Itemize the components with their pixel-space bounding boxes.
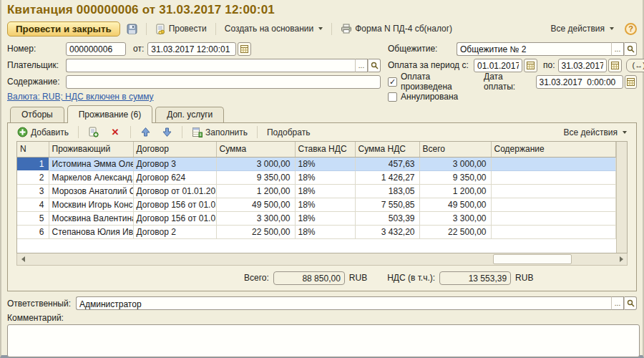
cell-content[interactable] [491,157,616,170]
cell-content[interactable] [491,170,616,184]
currency-vat-link[interactable]: Валюта: RUB; НДС включен в сумму [7,92,154,102]
number-input[interactable] [66,42,126,56]
column-header-7[interactable]: Содержание [491,142,616,157]
cell-vat_amount[interactable]: 3 432,20 [355,225,419,238]
comment-input[interactable] [7,324,640,357]
cell-amount[interactable]: 1 200,00 [216,184,295,198]
cell-vat_rate[interactable]: 18% [295,198,355,211]
cell-n[interactable]: 6 [17,225,49,238]
column-header-4[interactable]: Ставка НДС [295,142,355,157]
pay-date-input[interactable] [536,75,623,89]
cell-vat_amount[interactable]: 7 550,85 [355,198,419,211]
cell-vat_amount[interactable]: 503,39 [355,211,419,225]
save-button[interactable] [123,21,141,37]
cell-content[interactable] [491,198,616,211]
cell-vat_amount[interactable]: 1 426,27 [355,170,419,184]
table-row[interactable]: 6Степанова Юлия Ива...Договор 222 500,00… [17,225,616,238]
form-pd4-button[interactable]: Форма N ПД-4 сб(налог) [337,21,456,37]
grid-all-actions-button[interactable]: Все действия [560,125,630,140]
column-header-5[interactable]: Сумма НДС [355,142,419,157]
cell-vat_rate[interactable]: 18% [295,170,355,184]
cell-vat_amount[interactable]: 457,63 [355,157,419,170]
cell-resident[interactable]: Морозов Анатолий С... [49,184,133,198]
move-up-button[interactable] [137,125,155,140]
cell-n[interactable]: 4 [17,198,49,211]
scroll-right-button[interactable] [615,253,627,265]
period-from-calendar-button[interactable] [524,59,537,72]
cancelled-checkbox[interactable] [388,92,397,102]
column-header-2[interactable]: Договор [133,142,216,157]
payer-input[interactable] [66,59,355,72]
column-header-0[interactable]: N [17,142,49,157]
dormitory-input[interactable] [457,42,611,56]
cell-vat_amount[interactable]: 183,05 [355,184,419,198]
column-header-6[interactable]: Всего [419,142,491,157]
cell-vat_rate[interactable]: 18% [295,157,355,170]
cell-resident[interactable]: Маркелов Александ... [49,170,133,184]
cell-resident[interactable]: Степанова Юлия Ива... [49,225,133,238]
period-to-input[interactable] [558,59,607,72]
cell-total[interactable]: 3 000,00 [419,157,491,170]
cell-total[interactable]: 1 200,00 [419,184,491,198]
horizontal-scrollbar[interactable] [16,253,628,266]
cell-n[interactable]: 3 [17,184,49,198]
cell-contract[interactable]: Договор 624 [133,170,216,184]
period-from-input[interactable] [474,59,522,72]
cell-amount[interactable]: 22 500,00 [216,225,295,238]
table-row[interactable]: 4Москвин Игорь Конс...Договор 156 от 01.… [17,198,616,211]
move-down-button[interactable] [158,125,176,140]
cell-n[interactable]: 1 [17,157,49,170]
cell-resident[interactable]: Истомина Эмма Оле... [49,157,133,170]
date-input[interactable] [147,42,236,56]
pay-date-calendar-button[interactable] [625,75,638,89]
cell-n[interactable]: 5 [17,211,49,225]
post-button[interactable]: Провести [152,21,210,37]
create-on-basis-button[interactable]: Создать на основании [221,21,327,37]
cell-contract[interactable]: Договор 3 [133,157,216,170]
date-calendar-button[interactable] [238,42,251,56]
table-row[interactable]: 2Маркелов Александ...Договор 6249 350,00… [17,170,616,184]
cell-amount[interactable]: 3 300,00 [216,211,295,225]
column-header-3[interactable]: Сумма [216,142,295,157]
cell-resident[interactable]: Москвин Игорь Конс... [49,198,133,211]
post-and-close-button[interactable]: Провести и закрыть [7,21,120,37]
cell-amount[interactable]: 49 500,00 [216,198,295,211]
scroll-thumb[interactable] [493,254,572,264]
cell-resident[interactable]: Москвина Валентина... [49,211,133,225]
paid-checkbox[interactable]: ✓ [388,77,397,87]
cell-contract[interactable]: Договор от 01.01.20... [133,184,216,198]
cell-amount[interactable]: 9 350,00 [216,170,295,184]
pick-button[interactable]: Подобрать [263,125,313,140]
table-row[interactable]: 5Москвина Валентина...Договор 156 от 01.… [17,211,616,225]
period-to-calendar-button[interactable] [608,59,622,72]
cell-amount[interactable]: 3 000,00 [216,157,295,170]
dormitory-ellipsis-button[interactable]: ... [611,42,624,56]
cell-total[interactable]: 9 350,00 [419,170,491,184]
all-actions-button[interactable]: Все действия [547,21,618,37]
table-row[interactable]: 1Истомина Эмма Оле...Договор 33 000,0018… [17,157,616,170]
responsible-search-button[interactable] [624,296,637,310]
cell-total[interactable]: 49 500,00 [419,198,491,211]
tab-1[interactable]: Проживание (6) [67,105,153,123]
cell-vat_rate[interactable]: 18% [295,184,355,198]
add-row-button[interactable]: Добавить [14,125,72,140]
vertical-scrollbar[interactable] [616,142,627,253]
cell-contract[interactable]: Договор 2 [133,225,216,238]
cell-n[interactable]: 2 [17,170,49,184]
cell-vat_rate[interactable]: 18% [295,211,355,225]
column-header-1[interactable]: Проживающий [49,142,133,157]
cell-content[interactable] [491,225,616,238]
content-input[interactable] [66,75,381,89]
scroll-left-button[interactable] [17,253,29,265]
payer-ellipsis-button[interactable]: ... [355,59,368,72]
copy-row-button[interactable] [84,125,102,140]
table-row[interactable]: 3Морозов Анатолий С...Договор от 01.01.2… [17,184,616,198]
period-range-button[interactable]: (↔) [626,59,644,72]
tab-0[interactable]: Отборы [10,107,64,122]
cell-total[interactable]: 3 300,00 [419,211,491,225]
fill-button[interactable]: Заполнить [188,125,251,140]
cell-total[interactable]: 22 500,00 [419,225,491,238]
help-button[interactable]: ? [625,23,637,35]
cell-content[interactable] [491,184,616,198]
cell-contract[interactable]: Договор 156 от 01.0... [133,198,216,211]
